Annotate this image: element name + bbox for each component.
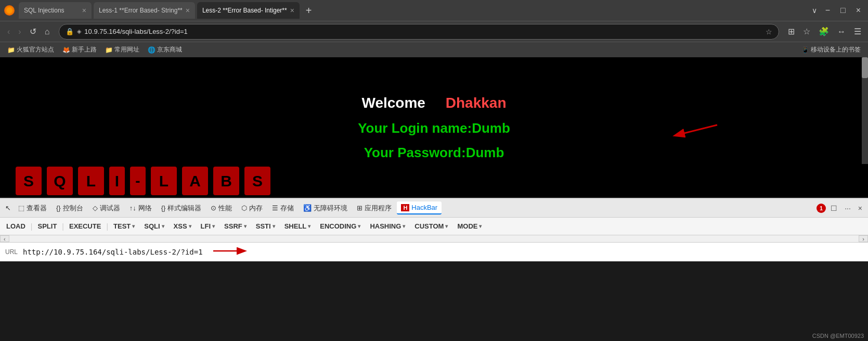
webpage-content: Welcome Dhakkan Your Login name:Dumb You… <box>358 90 510 165</box>
hackbar-shell-button[interactable]: SHELL ▾ <box>280 221 315 232</box>
hackbar-encoding-button[interactable]: ENCODING ▾ <box>316 221 365 232</box>
mobile-bookmarks-icon: 📱 <box>801 46 809 54</box>
sync-button[interactable]: ↔ <box>835 25 848 39</box>
star-icon: ☆ <box>766 28 772 36</box>
banner-letter-l: L <box>78 167 104 195</box>
devtools-style-editor-button[interactable]: {} 样式编辑器 <box>157 201 206 215</box>
devtools-console-button[interactable]: {} 控制台 <box>52 201 87 215</box>
scroll-left-arrow[interactable]: ‹ <box>0 235 9 242</box>
hackbar-toolbar: LOAD | SPLIT | EXECUTE | TEST ▾ SQLI ▾ X… <box>0 218 868 235</box>
welcome-white-text: Welcome <box>361 95 425 111</box>
devtools-network-button[interactable]: ↑↓ 网络 <box>125 201 156 215</box>
bookmark-huhu[interactable]: 📁 火狐官方站点 <box>4 44 57 55</box>
hackbar-encoding-label: ENCODING <box>320 222 356 230</box>
tab-less2[interactable]: Less-2 **Error Based- Intiger** × <box>197 2 300 19</box>
new-tab-button[interactable]: + <box>302 5 316 16</box>
tabs-dropdown-button[interactable]: ∨ <box>809 5 820 16</box>
minimize-button[interactable]: − <box>822 5 833 16</box>
devtools-performance-button[interactable]: ⊙ 性能 <box>206 201 236 215</box>
cursor-icon: ↖ <box>5 204 11 212</box>
hackbar-xss-button[interactable]: XSS ▾ <box>170 221 196 232</box>
tab-close-3[interactable]: × <box>290 6 294 15</box>
menu-button[interactable]: ☰ <box>851 24 864 39</box>
hackbar-hashing-button[interactable]: HASHING ▾ <box>366 221 409 232</box>
hackbar-divider-2: | <box>62 222 64 231</box>
tab-less1[interactable]: Less-1 **Error Based- String** × <box>94 2 195 19</box>
tab-close-1[interactable]: × <box>82 6 86 15</box>
devtools-inspector-button[interactable]: ⬚ 查看器 <box>14 201 51 215</box>
bookmark-label-2: 新手上路 <box>72 45 97 54</box>
error-count: 1 <box>820 205 823 211</box>
performance-label: 性能 <box>218 204 232 213</box>
apps-label: 应用程序 <box>365 204 392 213</box>
svg-line-1 <box>676 125 717 135</box>
debugger-label: 调试器 <box>100 204 120 213</box>
hackbar-load-button[interactable]: LOAD <box>2 221 30 232</box>
hackbar-encoding-dropdown-icon: ▾ <box>358 223 360 229</box>
bookmark-icon-1: 📁 <box>7 46 15 54</box>
hackbar-divider-1: | <box>31 222 33 231</box>
hackbar-test-button[interactable]: TEST ▾ <box>109 221 139 232</box>
bookmark-jd[interactable]: 🌐 京东商城 <box>145 44 185 55</box>
hackbar-scrollbar-row: ‹ › <box>0 235 868 243</box>
style-editor-icon: {} <box>161 204 166 212</box>
address-bar[interactable]: 🔒 ◈ 10.9.75.164/sqli-labs/Less-2/?id=1 ☆ <box>59 24 779 40</box>
mobile-bookmarks-label: 移动设备上的书签 <box>811 45 861 54</box>
storage-label: 存储 <box>280 204 294 213</box>
hackbar-sqli-button[interactable]: SQLI ▾ <box>140 221 168 232</box>
bookmark-common[interactable]: 📁 常用网址 <box>102 44 142 55</box>
devtools-storage-button[interactable]: ☰ 存储 <box>268 201 298 215</box>
memory-icon: ⬡ <box>241 204 247 212</box>
hackbar-split-button[interactable]: SPLIT <box>33 221 61 232</box>
memory-label: 内存 <box>249 204 263 213</box>
scrollbar-thumb[interactable] <box>862 57 868 78</box>
hackbar-shell-dropdown-icon: ▾ <box>308 223 310 229</box>
devtools-memory-button[interactable]: ⬡ 内存 <box>237 201 267 215</box>
hackbar-lfi-button[interactable]: LFI ▾ <box>197 221 219 232</box>
banner-letter-dash: - <box>130 167 146 195</box>
bookmark-button[interactable]: ☆ <box>800 24 813 39</box>
devtools-apps-button[interactable]: ⊞ 应用程序 <box>353 201 396 215</box>
hackbar-custom-button[interactable]: CUSTOM ▾ <box>410 221 452 232</box>
tab-close-2[interactable]: × <box>186 6 190 15</box>
forward-button[interactable]: › <box>15 25 24 39</box>
hackbar-test-dropdown-icon: ▾ <box>132 223 135 229</box>
devtools-hackbar-button[interactable]: H HackBar <box>397 201 442 214</box>
devtools-debugger-button[interactable]: ◇ 调试器 <box>88 201 124 215</box>
devtools-cursor-button[interactable]: ↖ <box>3 202 13 214</box>
welcome-line: Welcome Dhakkan <box>358 90 510 116</box>
csdn-watermark: CSDN @EMT00923 <box>812 333 864 339</box>
devtools-right-buttons: 1 ☐ ··· × <box>817 203 865 214</box>
hackbar-execute-button[interactable]: EXECUTE <box>65 221 105 232</box>
maximize-button[interactable]: □ <box>837 5 849 16</box>
hackbar-mode-button[interactable]: MODE ▾ <box>453 221 486 232</box>
bottom-banner: S Q L I - L A B S <box>0 164 868 198</box>
back-button[interactable]: ‹ <box>4 25 13 39</box>
login-name-line: Your Login name:Dumb <box>358 116 510 141</box>
close-window-button[interactable]: × <box>853 5 864 16</box>
tab-label-2: Less-1 **Error Based- String** <box>99 7 183 14</box>
reload-button[interactable]: ↺ <box>27 24 40 39</box>
devtools-accessibility-button[interactable]: ♿ 无障碍环境 <box>299 201 352 215</box>
network-label: 网络 <box>138 204 152 213</box>
hackbar-ssti-button[interactable]: SSTI ▾ <box>252 221 279 232</box>
banner-letter-a: A <box>182 167 208 195</box>
home-button[interactable]: ⌂ <box>42 25 53 39</box>
nav-bar: ‹ › ↺ ⌂ 🔒 ◈ 10.9.75.164/sqli-labs/Less-2… <box>0 21 868 42</box>
scroll-right-arrow[interactable]: › <box>859 235 868 242</box>
hackbar-ssrf-button[interactable]: SSRF ▾ <box>220 221 251 232</box>
qr-code-button[interactable]: ⊞ <box>785 24 797 39</box>
bookmark-label-1: 火狐官方站点 <box>17 45 54 54</box>
scroll-track[interactable] <box>9 235 859 242</box>
bookmark-newbie[interactable]: 🦊 新手上路 <box>59 44 100 55</box>
tab-sql-injections[interactable]: SQL Injections × <box>19 2 92 19</box>
inspector-label: 查看器 <box>27 204 47 213</box>
page-icon: ◈ <box>77 28 81 35</box>
extensions-button[interactable]: 🧩 <box>816 24 832 39</box>
hackbar-sqli-label: SQLI <box>144 222 160 230</box>
devtools-more-button[interactable]: ··· <box>842 203 853 214</box>
mobile-bookmarks[interactable]: 📱 移动设备上的书签 <box>798 44 864 55</box>
responsive-design-button[interactable]: ☐ <box>828 203 840 214</box>
devtools-close-button[interactable]: × <box>856 203 865 214</box>
title-bar: SQL Injections × Less-1 **Error Based- S… <box>0 0 868 21</box>
